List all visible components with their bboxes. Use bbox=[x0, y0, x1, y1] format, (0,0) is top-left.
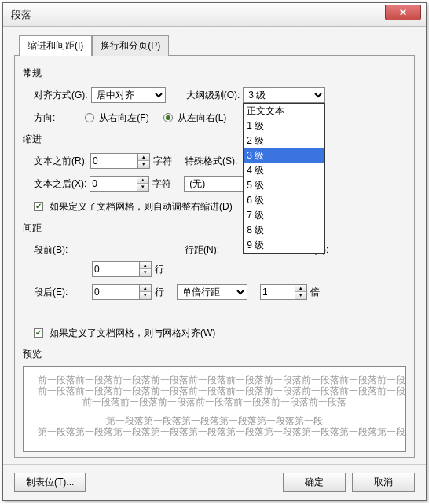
line-spacing-label: 行距(N): bbox=[185, 243, 248, 257]
outline-option-4[interactable]: 4 级 bbox=[244, 163, 324, 178]
radio-ltr[interactable] bbox=[163, 113, 173, 122]
outline-option-5[interactable]: 5 级 bbox=[244, 178, 324, 193]
row-space-after: 段后(E): ▴▾ 行 单倍行距 ▴▾ 倍 bbox=[34, 282, 406, 302]
indent-after-label: 文本之后(X): bbox=[34, 177, 86, 191]
spinner-buttons[interactable]: ▴▾ bbox=[295, 284, 307, 300]
row-indent-after: 文本之后(X): ▴▾ 字符 (无) bbox=[34, 173, 406, 194]
row-indent-before: 文本之前(R): ▴▾ 字符 特殊格式(S): bbox=[34, 151, 406, 171]
ltr-label: 从左向右(L) bbox=[178, 111, 227, 125]
titlebar[interactable]: 段落 ✕ bbox=[3, 3, 426, 27]
direction-label: 方向: bbox=[34, 111, 55, 125]
set-value-unit: 倍 bbox=[310, 286, 320, 299]
row-spacing-labels: 段前(B): 行距(N): 设置值(A): bbox=[34, 239, 406, 260]
outline-option-3[interactable]: 3 级 bbox=[244, 148, 324, 163]
preview-line: 第一段落第一段落第一段落第一段落第一段落第一段 bbox=[38, 415, 391, 426]
tab-line-page-breaks[interactable]: 换行和分页(P) bbox=[92, 35, 169, 56]
row-space-before: ▴▾ 行 bbox=[34, 259, 406, 279]
preview-box: 前一段落前一段落前一段落前一段落前一段落前一段落前一段落前一段落前一段落前一段落… bbox=[23, 366, 406, 452]
rtl-label: 从右向左(F) bbox=[99, 111, 148, 125]
outline-option-body[interactable]: 正文文本 bbox=[244, 104, 324, 119]
dialog-body: 缩进和间距(I) 换行和分页(P) 常规 对齐方式(G): 居中对齐 大纲级别(… bbox=[3, 27, 426, 464]
chevron-up-icon[interactable]: ▴ bbox=[140, 262, 151, 269]
chevron-down-icon[interactable]: ▾ bbox=[295, 292, 306, 299]
ok-button[interactable]: 确定 bbox=[283, 473, 346, 492]
chevron-down-icon[interactable]: ▾ bbox=[138, 184, 148, 191]
row-snap-grid: 如果定义了文档网格，则与网格对齐(W) bbox=[34, 323, 406, 343]
indent-after-input[interactable] bbox=[90, 176, 137, 192]
special-format-label: 特殊格式(S): bbox=[185, 155, 237, 168]
spinner-buttons[interactable]: ▴▾ bbox=[139, 284, 152, 300]
outline-option-1[interactable]: 1 级 bbox=[244, 119, 324, 133]
indent-before-spinner[interactable]: ▴▾ bbox=[90, 153, 150, 169]
space-after-unit: 行 bbox=[155, 286, 164, 299]
radio-rtl[interactable] bbox=[85, 113, 94, 122]
outline-option-7[interactable]: 7 级 bbox=[244, 208, 324, 223]
alignment-select[interactable]: 居中对齐 bbox=[91, 87, 166, 103]
indent-after-unit: 字符 bbox=[152, 177, 171, 191]
preview-line: 前一段落前一段落前一段落前一段落前一段落前一段落前一段落前一段落前一段落前一段落 bbox=[38, 374, 391, 385]
window-title: 段落 bbox=[11, 8, 31, 22]
preview-line: 前一段落前一段落前一段落前一段落前一段落前一段落前一段落 bbox=[38, 396, 391, 407]
cancel-button[interactable]: 取消 bbox=[352, 473, 415, 492]
line-spacing-select[interactable]: 单倍行距 bbox=[177, 284, 248, 300]
outline-level-dropdown[interactable]: 3 级 正文文本 1 级 2 级 3 级 4 级 5 级 6 级 7 级 8 级… bbox=[243, 87, 325, 103]
chevron-up-icon[interactable]: ▴ bbox=[138, 154, 149, 161]
outline-level-select[interactable]: 3 级 bbox=[243, 87, 325, 103]
tab-panel: 常规 对齐方式(G): 居中对齐 大纲级别(O): 3 级 正文文本 1 级 2… bbox=[14, 55, 415, 458]
indent-before-input[interactable] bbox=[90, 153, 138, 169]
space-after-spinner[interactable]: ▴▾ bbox=[92, 284, 152, 300]
section-indent: 缩进 bbox=[23, 133, 406, 146]
close-icon: ✕ bbox=[399, 7, 407, 18]
chevron-down-icon[interactable]: ▾ bbox=[140, 292, 151, 299]
outline-option-8[interactable]: 8 级 bbox=[244, 223, 324, 238]
indent-after-spinner[interactable]: ▴▾ bbox=[90, 176, 149, 192]
space-before-label: 段前(B): bbox=[34, 243, 89, 257]
tab-strip: 缩进和间距(I) 换行和分页(P) bbox=[19, 35, 415, 55]
indent-before-unit: 字符 bbox=[153, 155, 172, 168]
outline-level-label: 大纲级别(O): bbox=[186, 89, 240, 102]
auto-adjust-label: 如果定义了文档网格，则自动调整右缩进(D) bbox=[50, 200, 233, 214]
section-spacing: 间距 bbox=[23, 221, 406, 235]
row-direction: 方向: 从右向左(F) 从左向右(L) bbox=[34, 108, 406, 128]
checkbox-snap-grid[interactable] bbox=[34, 328, 43, 338]
chevron-up-icon[interactable]: ▴ bbox=[140, 285, 151, 292]
spinner-buttons[interactable]: ▴▾ bbox=[138, 153, 150, 169]
tab-indent-spacing[interactable]: 缩进和间距(I) bbox=[19, 35, 92, 56]
outline-option-2[interactable]: 2 级 bbox=[244, 133, 324, 148]
preview-line: 前一段落前一段落前一段落前一段落前一段落前一段落前一段落前一段落前一段落前一段落 bbox=[38, 385, 391, 396]
close-button[interactable]: ✕ bbox=[385, 5, 421, 20]
spinner-buttons[interactable]: ▴▾ bbox=[139, 261, 152, 277]
snap-grid-label: 如果定义了文档网格，则与网格对齐(W) bbox=[50, 327, 215, 340]
outline-level-list: 正文文本 1 级 2 级 3 级 4 级 5 级 6 级 7 级 8 级 9 级 bbox=[243, 103, 325, 254]
space-before-unit: 行 bbox=[155, 263, 164, 276]
space-before-input[interactable] bbox=[92, 261, 139, 277]
chevron-up-icon[interactable]: ▴ bbox=[295, 285, 306, 292]
section-preview: 预览 bbox=[23, 348, 406, 361]
spinner-buttons[interactable]: ▴▾ bbox=[137, 176, 149, 192]
set-value-spinner[interactable]: ▴▾ bbox=[260, 284, 307, 300]
row-auto-adjust-indent: 如果定义了文档网格，则自动调整右缩进(D) bbox=[34, 196, 406, 217]
chevron-up-icon[interactable]: ▴ bbox=[138, 177, 148, 184]
alignment-label: 对齐方式(G): bbox=[34, 89, 88, 102]
space-after-input[interactable] bbox=[92, 284, 139, 300]
set-value-input[interactable] bbox=[260, 284, 295, 300]
dialog-footer: 制表位(T)... 确定 取消 bbox=[3, 464, 426, 500]
chevron-down-icon[interactable]: ▾ bbox=[140, 269, 151, 276]
tabs-button[interactable]: 制表位(T)... bbox=[14, 473, 86, 492]
checkbox-auto-adjust[interactable] bbox=[34, 202, 43, 211]
space-after-label: 段后(E): bbox=[34, 286, 89, 299]
paragraph-dialog: 段落 ✕ 缩进和间距(I) 换行和分页(P) 常规 对齐方式(G): 居中对齐 … bbox=[2, 2, 427, 501]
preview-line: 第一段落第一段落第一段落第一段落第一段落第一段落第一段落第一段落第一段落第一段落… bbox=[38, 426, 391, 437]
space-before-spinner[interactable]: ▴▾ bbox=[92, 261, 152, 277]
indent-before-label: 文本之前(R): bbox=[34, 155, 87, 168]
row-alignment: 对齐方式(G): 居中对齐 大纲级别(O): 3 级 正文文本 1 级 2 级 … bbox=[34, 85, 406, 105]
section-general: 常规 bbox=[23, 67, 406, 80]
outline-option-9[interactable]: 9 级 bbox=[244, 238, 324, 253]
outline-option-6[interactable]: 6 级 bbox=[244, 193, 324, 208]
chevron-down-icon[interactable]: ▾ bbox=[138, 161, 149, 168]
